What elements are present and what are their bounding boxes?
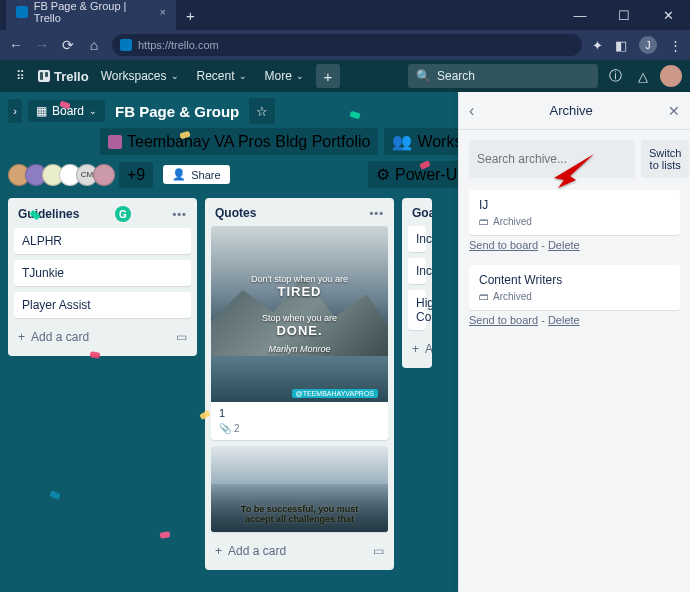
trello-favicon — [16, 6, 28, 18]
member-overflow[interactable]: +9 — [119, 162, 153, 188]
search-icon: 🔍 — [416, 69, 431, 83]
archive-search-input[interactable] — [469, 140, 635, 178]
archive-panel: ‹ Archive ✕ Switch to lists IJ 🗃Archived… — [458, 92, 690, 592]
archived-card[interactable]: IJ 🗃Archived — [469, 190, 680, 235]
recent-menu[interactable]: Recent⌄ — [191, 65, 253, 87]
trello-logo[interactable]: Trello — [38, 69, 89, 84]
share-button[interactable]: 👤 Share — [163, 165, 229, 184]
close-tab-icon[interactable]: × — [160, 6, 166, 18]
back-button[interactable]: ← — [8, 37, 24, 53]
list-guidelines: Guidelines G ••• ALPHR TJunkie Player As… — [8, 198, 197, 356]
archived-card-title: Content Writers — [479, 273, 670, 287]
rocket-icon: ⚙ — [376, 165, 390, 184]
card-template-icon[interactable]: ▭ — [373, 544, 384, 558]
card-title: 1 — [219, 407, 380, 419]
browser-tab-bar: FB Page & Group | Trello × + — ☐ ✕ — [0, 0, 690, 30]
user-avatar[interactable] — [660, 65, 682, 87]
card[interactable]: Don't stop when you areTIRED Stop when y… — [211, 226, 388, 440]
board-view-switcher[interactable]: ▦ Board ⌄ — [28, 100, 105, 122]
board-icon: ▦ — [36, 104, 47, 118]
list-title[interactable]: Quotes — [215, 206, 256, 220]
workspace-link[interactable]: Teembahay VA Pros Bldg Portfolio — [100, 128, 378, 155]
attachment-icon: 📎 — [219, 423, 231, 434]
share-icon: 👤 — [172, 168, 186, 181]
address-bar[interactable]: https://trello.com — [112, 34, 582, 56]
card[interactable]: Incr — [408, 258, 426, 284]
side-panel-icon[interactable]: ◧ — [615, 38, 627, 53]
chevron-down-icon: ⌄ — [296, 71, 304, 81]
board-members[interactable]: CM — [8, 164, 115, 186]
extensions-icon[interactable]: ✦ — [592, 38, 603, 53]
card[interactable]: To be successful, you mustaccept all cha… — [211, 446, 388, 532]
close-panel-button[interactable]: ✕ — [668, 103, 680, 119]
trello-header: ⠿ Trello Workspaces⌄ Recent⌄ More⌄ + 🔍 S… — [0, 60, 690, 92]
add-card-button[interactable]: +A — [402, 336, 432, 362]
plus-icon: + — [18, 330, 25, 344]
card[interactable]: Incr — [408, 226, 426, 252]
browser-menu-icon[interactable]: ⋮ — [669, 38, 682, 53]
archive-icon: 🗃 — [479, 216, 489, 227]
plus-icon: + — [215, 544, 222, 558]
card[interactable]: ALPHR — [14, 228, 191, 254]
workspaces-menu[interactable]: Workspaces⌄ — [95, 65, 185, 87]
minimize-button[interactable]: — — [558, 0, 602, 30]
archived-card-title: IJ — [479, 198, 670, 212]
board-title[interactable]: FB Page & Group — [111, 101, 243, 122]
window-controls: — ☐ ✕ — [558, 0, 690, 30]
url-text: https://trello.com — [138, 39, 219, 51]
notifications-icon[interactable]: △ — [632, 69, 654, 84]
close-window-button[interactable]: ✕ — [646, 0, 690, 30]
browser-profile[interactable]: J — [639, 36, 657, 54]
card[interactable]: HighCom — [408, 290, 426, 330]
switch-to-lists-button[interactable]: Switch to lists — [641, 140, 689, 178]
reload-button[interactable]: ⟳ — [60, 37, 76, 53]
expand-sidebar-button[interactable]: › — [8, 99, 22, 123]
browser-tab[interactable]: FB Page & Group | Trello × — [6, 0, 176, 30]
list-menu-icon[interactable]: ••• — [369, 207, 384, 219]
search-placeholder: Search — [437, 69, 475, 83]
site-info-icon[interactable] — [120, 39, 132, 51]
info-icon[interactable]: ⓘ — [604, 67, 626, 85]
delete-link[interactable]: Delete — [548, 239, 580, 251]
delete-link[interactable]: Delete — [548, 314, 580, 326]
people-icon: 👥 — [392, 132, 412, 151]
card[interactable]: Player Assist — [14, 292, 191, 318]
archive-icon: 🗃 — [479, 291, 489, 302]
tab-title: FB Page & Group | Trello — [34, 0, 154, 24]
card-cover: To be successful, you mustaccept all cha… — [211, 446, 388, 532]
forward-button[interactable]: → — [34, 37, 50, 53]
add-card-button[interactable]: + Add a card ▭ — [205, 538, 394, 564]
app-switcher-icon[interactable]: ⠿ — [8, 69, 32, 83]
card-cover: Don't stop when you areTIRED Stop when y… — [211, 226, 388, 402]
chevron-down-icon: ⌄ — [239, 71, 247, 81]
list-title[interactable]: Guidelines — [18, 207, 79, 221]
send-to-board-link[interactable]: Send to board — [469, 239, 538, 251]
send-to-board-link[interactable]: Send to board — [469, 314, 538, 326]
panel-title: Archive — [474, 103, 668, 118]
workspace-icon — [108, 135, 122, 149]
home-button[interactable]: ⌂ — [86, 37, 102, 53]
create-button[interactable]: + — [316, 64, 340, 88]
archived-card[interactable]: Content Writers 🗃Archived — [469, 265, 680, 310]
chevron-down-icon: ⌄ — [171, 71, 179, 81]
chevron-down-icon: ⌄ — [89, 106, 97, 116]
add-card-button[interactable]: + Add a card ▭ — [8, 324, 197, 350]
member-avatar[interactable] — [93, 164, 115, 186]
list-title[interactable]: Goa — [412, 206, 432, 220]
card[interactable]: TJunkie — [14, 260, 191, 286]
star-board-button[interactable]: ☆ — [249, 98, 275, 124]
list-quotes: Quotes ••• Don't stop when you areTIRED … — [205, 198, 394, 570]
header-search[interactable]: 🔍 Search — [408, 64, 598, 88]
list-goals: Goa Incr Incr HighCom +A — [402, 198, 432, 368]
list-menu-icon[interactable]: ••• — [172, 208, 187, 220]
maximize-button[interactable]: ☐ — [602, 0, 646, 30]
card-template-icon[interactable]: ▭ — [176, 330, 187, 344]
browser-toolbar: ← → ⟳ ⌂ https://trello.com ✦ ◧ J ⋮ — [0, 30, 690, 60]
more-menu[interactable]: More⌄ — [259, 65, 310, 87]
grammarly-icon[interactable]: G — [115, 206, 131, 222]
new-tab-button[interactable]: + — [176, 1, 205, 30]
